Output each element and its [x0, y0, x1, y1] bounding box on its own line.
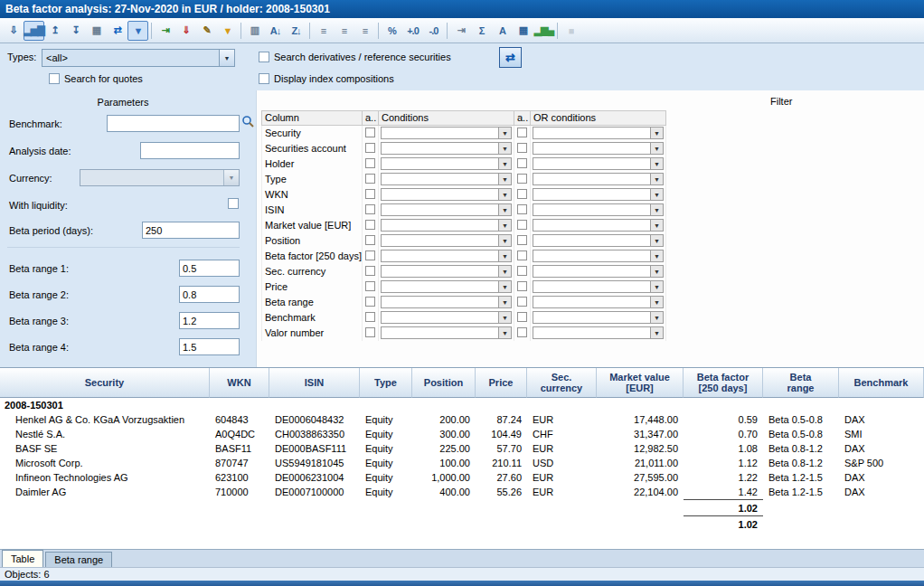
- filter-or-condition-dropdown[interactable]: ▼: [533, 280, 664, 293]
- column-header-benchmark[interactable]: Benchmark: [839, 368, 924, 398]
- results-row[interactable]: Nestlé S.A.A0Q4DCCH0038863350Equity300.0…: [0, 427, 924, 441]
- filter-and-checkbox[interactable]: [365, 158, 375, 168]
- calendar-icon[interactable]: ▦: [86, 21, 107, 41]
- filter-or-condition-dropdown[interactable]: ▼: [533, 265, 664, 278]
- currency-dropdown[interactable]: ▼: [80, 169, 240, 186]
- liquidity-checkbox[interactable]: [228, 198, 239, 209]
- benchmark-search-icon[interactable]: [241, 115, 255, 130]
- checkbox-box[interactable]: [259, 52, 269, 62]
- align-right-icon[interactable]: ≡: [354, 21, 375, 41]
- types-dropdown[interactable]: <all> ▼: [42, 49, 235, 67]
- filter-header-and-2[interactable]: a..: [514, 110, 531, 126]
- filter-or-checkbox[interactable]: [517, 312, 527, 322]
- display-index-checkbox[interactable]: Display index compositions: [259, 73, 394, 84]
- align-left-icon[interactable]: ≡: [313, 21, 334, 41]
- filter-and-checkbox[interactable]: [365, 189, 375, 199]
- filter-and-checkbox[interactable]: [365, 266, 375, 276]
- filter-header-conditions[interactable]: Conditions: [379, 110, 514, 126]
- column-header-market_value[interactable]: Market value [EUR]: [597, 368, 684, 398]
- filter-condition-dropdown[interactable]: ▼: [381, 203, 512, 216]
- filter-or-checkbox[interactable]: [517, 220, 527, 230]
- bar-chart-icon[interactable]: ▂▆▄: [533, 21, 554, 41]
- column-header-wkn[interactable]: WKN: [210, 368, 269, 398]
- filter-header-or-conditions[interactable]: OR conditions: [531, 110, 666, 126]
- column-header-currency[interactable]: Sec. currency: [527, 368, 597, 398]
- checkbox-box[interactable]: [49, 73, 60, 84]
- chart-view-icon[interactable]: ▂▅▇: [24, 21, 44, 41]
- filter-or-condition-dropdown[interactable]: ▼: [533, 296, 664, 308]
- sort-ascending-icon[interactable]: A↓: [265, 21, 286, 41]
- add-decimal-icon[interactable]: +.0: [402, 21, 423, 41]
- goto-last-icon[interactable]: ⇓: [175, 21, 196, 41]
- filter-or-condition-dropdown[interactable]: ▼: [533, 127, 664, 139]
- filter-and-checkbox[interactable]: [365, 204, 375, 214]
- expand-panel-icon[interactable]: ↧: [65, 21, 86, 41]
- column-header-isin[interactable]: ISIN: [269, 368, 360, 398]
- align-center-icon[interactable]: ≡: [334, 21, 354, 41]
- goto-first-icon[interactable]: ⇥: [155, 21, 175, 41]
- filter-and-checkbox[interactable]: [365, 235, 375, 245]
- filter-condition-dropdown[interactable]: ▼: [381, 296, 512, 308]
- beta-range-1-input[interactable]: [179, 260, 240, 277]
- column-header-type[interactable]: Type: [360, 368, 412, 398]
- tab-table[interactable]: Table: [2, 550, 43, 567]
- results-row[interactable]: Daimler AG710000DE0007100000Equity400.00…: [0, 485, 924, 499]
- filter-or-condition-dropdown[interactable]: ▼: [533, 157, 664, 170]
- results-row[interactable]: BASF SEBASF11DE000BASF111Equity225.0057.…: [0, 441, 924, 456]
- grid-icon[interactable]: ▦: [513, 21, 533, 41]
- filter-and-checkbox[interactable]: [365, 250, 375, 260]
- chevron-down-icon[interactable]: ▼: [219, 50, 234, 66]
- column-header-position[interactable]: Position: [412, 368, 476, 398]
- filter-and-checkbox[interactable]: [365, 327, 375, 337]
- filter-header-column[interactable]: Column: [261, 110, 363, 126]
- results-group-row[interactable]: 2008-150301: [0, 398, 924, 412]
- remove-decimal-icon[interactable]: -.0: [423, 21, 444, 41]
- filter-condition-dropdown[interactable]: ▼: [381, 127, 512, 139]
- beta-range-3-input[interactable]: [179, 312, 240, 329]
- benchmark-input[interactable]: [107, 115, 240, 132]
- filter-and-checkbox[interactable]: [365, 174, 375, 184]
- filter-condition-dropdown[interactable]: ▼: [381, 311, 512, 324]
- refresh-data-icon[interactable]: ⇄: [107, 21, 127, 41]
- filter-and-checkbox[interactable]: [365, 312, 375, 322]
- percent-icon[interactable]: %: [382, 21, 402, 41]
- filter-and-checkbox[interactable]: [365, 143, 375, 153]
- beta-range-4-input[interactable]: [179, 338, 240, 355]
- filter-condition-dropdown[interactable]: ▼: [381, 326, 512, 339]
- export-table-icon[interactable]: ⇩: [3, 21, 24, 41]
- filter-header-and[interactable]: a..: [363, 110, 379, 126]
- apply-filter-icon[interactable]: ▼: [217, 21, 238, 41]
- search-quotes-checkbox[interactable]: Search for quotes: [49, 73, 143, 84]
- filter-or-checkbox[interactable]: [517, 281, 527, 291]
- filter-and-checkbox[interactable]: [365, 220, 375, 230]
- filter-or-checkbox[interactable]: [517, 189, 527, 199]
- filter-icon[interactable]: ▼: [127, 21, 148, 41]
- columns-icon[interactable]: ▥: [244, 21, 265, 41]
- filter-or-condition-dropdown[interactable]: ▼: [533, 234, 664, 247]
- column-header-price[interactable]: Price: [476, 368, 527, 398]
- analysis-date-input[interactable]: [140, 142, 240, 159]
- beta-range-2-input[interactable]: [179, 286, 240, 303]
- filter-or-checkbox[interactable]: [517, 297, 527, 307]
- filter-condition-dropdown[interactable]: ▼: [381, 265, 512, 278]
- filter-or-condition-dropdown[interactable]: ▼: [533, 203, 664, 216]
- filter-condition-dropdown[interactable]: ▼: [381, 188, 512, 201]
- column-header-beta_factor[interactable]: Beta factor [250 days]: [684, 368, 763, 398]
- sort-descending-icon[interactable]: Z↓: [286, 21, 306, 41]
- results-row[interactable]: Henkel AG & Co. KGaA Vorzugsaktien604843…: [0, 412, 924, 427]
- filter-or-checkbox[interactable]: [517, 174, 527, 184]
- sum-icon[interactable]: Σ: [471, 21, 492, 41]
- filter-or-checkbox[interactable]: [517, 158, 527, 168]
- filter-condition-dropdown[interactable]: ▼: [381, 250, 512, 262]
- filter-or-checkbox[interactable]: [517, 327, 527, 337]
- results-row[interactable]: Infineon Technologies AG623100DE00062310…: [0, 470, 924, 485]
- filter-or-checkbox[interactable]: [517, 266, 527, 276]
- filter-or-condition-dropdown[interactable]: ▼: [533, 326, 664, 339]
- filter-and-checkbox[interactable]: [365, 297, 375, 307]
- beta-period-input[interactable]: [142, 222, 240, 239]
- filter-or-condition-dropdown[interactable]: ▼: [533, 219, 664, 232]
- refresh-button[interactable]: ⇄: [499, 47, 522, 68]
- column-header-beta_range[interactable]: Beta range: [763, 368, 839, 398]
- filter-or-checkbox[interactable]: [517, 250, 527, 260]
- column-header-security[interactable]: Security: [0, 368, 210, 398]
